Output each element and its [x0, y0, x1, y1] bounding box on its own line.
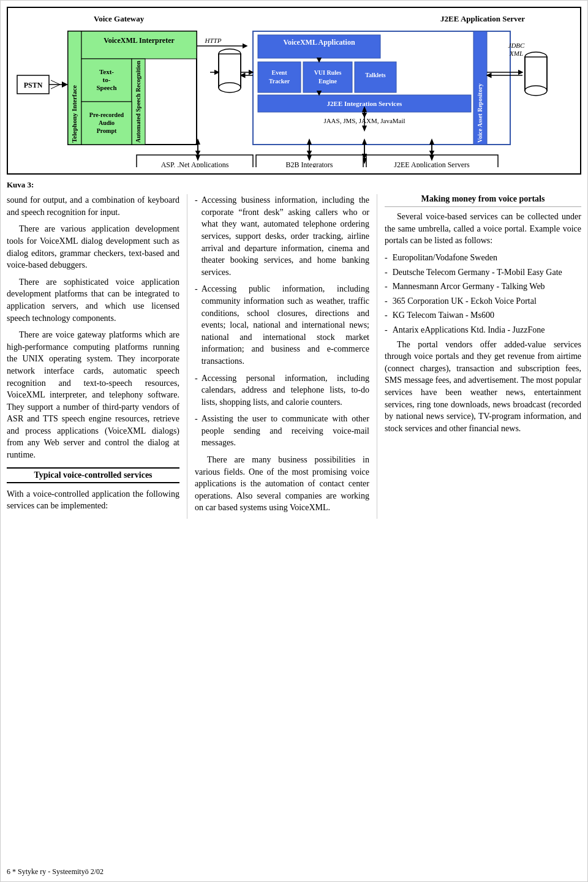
right-bullet-text-4: 365 Corporation UK - Eckoh Voice Portal: [393, 295, 537, 307]
svg-rect-38: [303, 62, 352, 92]
bullet-dash-4: -: [195, 413, 198, 449]
svg-text:J2EE Integration Services: J2EE Integration Services: [327, 100, 403, 107]
svg-text:VUI Rules: VUI Rules: [314, 69, 342, 76]
right-bullet-1: - Europolitan/Vodafone Sweden: [385, 252, 581, 264]
mid-bullet-list: - Accessing business information, includ…: [195, 194, 369, 449]
right-p2: The portal vendors offer added-value ser…: [385, 339, 581, 435]
left-p2: There are various application developmen…: [7, 223, 179, 271]
right-bullet-text-2: Deutsche Telecom Germany - T-Mobil Easy …: [393, 266, 562, 279]
voice-gateway-title: Voice Gateway: [94, 14, 144, 24]
mid-column: - Accessing business information, includ…: [187, 194, 377, 519]
svg-text:Tracker: Tracker: [269, 78, 290, 85]
right-bullet-text-3: Mannesmann Arcor Germany - Talking Web: [393, 281, 545, 293]
diagram-svg: PSTN Telephony Interface VoiceXML Interp…: [14, 26, 584, 167]
right-bullet-3: - Mannesmann Arcor Germany - Talking Web: [385, 281, 581, 293]
svg-text:Automated Speech Recognition: Automated Speech Recognition: [135, 61, 141, 143]
right-bullet-5: - KG Telecom Taiwan - Ms600: [385, 309, 581, 322]
svg-point-27: [219, 83, 241, 92]
j2ee-title: J2EE Application Server: [440, 14, 525, 24]
svg-line-4: [51, 80, 60, 85]
mid-bullet-item-3: - Accessing personal information, includ…: [195, 372, 369, 409]
left-p4: There are voice gateway platforms which …: [7, 329, 179, 461]
right-bullet-6: - Antarix eApplications Ktd. India - Juz…: [385, 324, 581, 336]
svg-text:JDBC: JDBC: [508, 42, 526, 49]
left-column: sound for output, and a combination of k…: [7, 194, 187, 519]
svg-text:Engine: Engine: [318, 78, 337, 85]
svg-text:to-: to-: [103, 76, 111, 83]
mid-bullet-text-3: Accessing personal information, includin…: [202, 372, 369, 409]
left-p3: There are sophisticated voice applicatio…: [7, 276, 179, 324]
bullet-dash-3: -: [195, 372, 198, 409]
svg-text:Text-: Text-: [99, 68, 114, 75]
svg-text:Speech: Speech: [97, 84, 117, 91]
right-heading: Making money from voice portals: [385, 194, 581, 207]
svg-text:VoiceXML Interpreter: VoiceXML Interpreter: [104, 36, 175, 45]
mid-p1: There are many business possibilities in…: [195, 454, 369, 514]
svg-text:Prompt: Prompt: [97, 127, 117, 134]
right-column: Making money from voice portals Several …: [377, 194, 581, 519]
svg-text:J2EE Application Servers: J2EE Application Servers: [394, 160, 470, 167]
mid-bullet-item-4: - Assisting the user to communicate with…: [195, 413, 369, 449]
right-bullet-2: - Deutsche Telecom Germany - T-Mobil Eas…: [385, 266, 581, 279]
svg-text:Pre-recorded: Pre-recorded: [89, 111, 124, 118]
left-section-heading: Typical voice-controlled services: [7, 467, 179, 483]
left-p5: With a voice-controlled application the …: [7, 488, 179, 512]
diagram-container: Voice Gateway J2EE Application Server PS…: [7, 7, 581, 175]
caption: Kuva 3:: [7, 179, 581, 190]
mid-bullet-item-1: - Accessing business information, includ…: [195, 194, 369, 278]
footer: 6 * Sytyke ry - Systeemityö 2/02: [7, 867, 104, 876]
right-bullet-4: - 365 Corporation UK - Eckoh Voice Porta…: [385, 295, 581, 307]
right-bullet-text-6: Antarix eApplications Ktd. India - JuzzF…: [393, 324, 545, 336]
svg-line-5: [51, 85, 60, 89]
svg-text:XML: XML: [509, 50, 523, 57]
content-area: sound for output, and a combination of k…: [7, 194, 581, 519]
svg-rect-35: [258, 62, 301, 92]
mid-bullet-text-2: Accessing public information, including …: [202, 283, 369, 367]
right-bullet-text-5: KG Telecom Taiwan - Ms600: [393, 309, 494, 322]
bullet-dash-2: -: [195, 283, 198, 367]
svg-marker-3: [62, 81, 68, 88]
svg-text:B2B Integrators: B2B Integrators: [286, 160, 333, 167]
mid-bullet-text-1: Accessing business information, includin…: [202, 194, 369, 278]
svg-text:HTTP: HTTP: [205, 37, 222, 44]
svg-text:Audio: Audio: [99, 119, 115, 126]
svg-text:Event: Event: [272, 69, 288, 76]
right-p1: Several voice-based services can be coll…: [385, 211, 581, 247]
right-bullet-text-1: Europolitan/Vodafone Sweden: [393, 252, 497, 264]
svg-text:VoiceXML Application: VoiceXML Application: [283, 38, 355, 47]
left-p1: sound for output, and a combination of k…: [7, 194, 179, 218]
mid-bullet-text-4: Assisting the user to communicate with o…: [202, 413, 369, 449]
bullet-dash-1: -: [195, 194, 198, 278]
svg-text:Talklets: Talklets: [365, 72, 386, 78]
svg-text:ASP, .Net Applications: ASP, .Net Applications: [161, 160, 229, 167]
page-wrapper: Voice Gateway J2EE Application Server PS…: [0, 0, 588, 882]
svg-point-57: [525, 86, 547, 96]
svg-text:PSTN: PSTN: [24, 81, 43, 89]
svg-text:Voice Asset Repository: Voice Asset Repository: [477, 83, 483, 143]
right-bullet-list: - Europolitan/Vodafone Sweden - Deutsche…: [385, 252, 581, 336]
svg-rect-9: [81, 31, 197, 59]
mid-bullet-item-2: - Accessing public information, includin…: [195, 283, 369, 367]
svg-text:Telephony Interface: Telephony Interface: [70, 85, 78, 143]
